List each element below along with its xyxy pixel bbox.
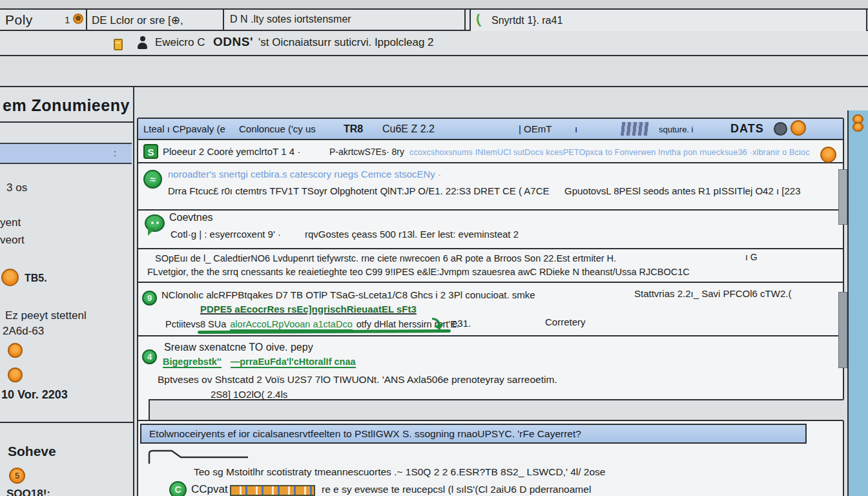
sidebar-item[interactable]: yent bbox=[0, 216, 21, 229]
sidebar-date: 10 Vor. 2203 bbox=[1, 388, 68, 402]
menu-item-strong[interactable]: ODNS' bbox=[213, 35, 253, 49]
message-subject: Sreıaw sxenatcne TO oive. pepy bbox=[164, 342, 313, 353]
reply-body-line: re e sy evewse te reucepcsl (l sılS'(Cl … bbox=[322, 484, 591, 495]
tab-shape-icon bbox=[147, 448, 251, 468]
message-row[interactable]: 4 Sreıaw sxenatcne TO oive. pepy Bigegre… bbox=[138, 336, 843, 398]
sidebar-group-line[interactable]: 2A6d-63 bbox=[3, 325, 44, 338]
divider bbox=[0, 422, 133, 423]
message-body-line: Pctiitevs8 SUaalorAccoLRpVooan a1ctaDcoo… bbox=[165, 319, 459, 329]
thread-link[interactable]: ccoxcshoxsnums INtemUCl sutDocs kcesPETO… bbox=[409, 148, 810, 157]
thread-subheader-row[interactable]: S Ploeeur 2 Coorė yemclrtoT 1 4 · P-akrt… bbox=[138, 140, 843, 163]
message-row[interactable]: SOpEuı de l_ CaledtierNO6 Lvdupenrt tief… bbox=[138, 249, 843, 283]
message-row[interactable]: Coevtnes Cotl·g | : esyerrcoxent 9' · rq… bbox=[138, 211, 843, 249]
sidebar-group-line[interactable]: Ez peeyt stettenl bbox=[5, 309, 87, 322]
scrollbar-thumb[interactable] bbox=[838, 169, 847, 225]
body-text: Pctiitevs8 SUa bbox=[165, 319, 226, 329]
document-icon[interactable] bbox=[114, 39, 123, 50]
orange-badge-icon[interactable] bbox=[820, 147, 836, 163]
message-row[interactable]: 9 NClonolıc alcRFPBtqakes D7 TB OTlP TSa… bbox=[138, 283, 843, 336]
notification-count: 1 bbox=[65, 14, 70, 25]
sidebar-tag[interactable]: TB5. bbox=[25, 273, 47, 284]
toolbar-separator bbox=[86, 10, 87, 30]
column-header-date[interactable]: DATS bbox=[730, 122, 764, 136]
desktop-shortcut-icon[interactable] bbox=[852, 114, 864, 132]
info-field[interactable]: D N .lty sotes iortstensmer bbox=[230, 14, 351, 25]
sidebar-title: em Zonumieeny bbox=[3, 96, 130, 115]
menu-item-text: 'st Oicnaiatsurr suticrvi. Ippolcleag 2 bbox=[258, 36, 434, 49]
sender-avatar-icon: ≈ bbox=[143, 170, 162, 189]
inline-link[interactable]: —prraEuFda'l'cHtoralIf cnaa bbox=[231, 356, 356, 368]
sidebar-item-selected[interactable]: : bbox=[0, 143, 132, 164]
message-body-line: FLvetgior, the the srrq cnessants ke rea… bbox=[147, 267, 690, 277]
attachment-thumbnail[interactable] bbox=[230, 485, 315, 496]
notification-badge-icon[interactable] bbox=[73, 14, 83, 24]
sidebar-item[interactable]: SOO18!: bbox=[6, 488, 50, 496]
dark-circle-icon[interactable] bbox=[774, 122, 787, 136]
search-value: Snyrtdt 1}. ra41 bbox=[491, 15, 563, 26]
toolbar-separator bbox=[223, 10, 224, 30]
selected-marker: : bbox=[114, 147, 116, 158]
screen: Poly 1 DE Lclor or sre [⊕, D N .lty sote… bbox=[0, 0, 868, 496]
toolbar-separator bbox=[464, 10, 466, 30]
sidebar-section-title: Soheve bbox=[8, 444, 56, 459]
orange-button-icon[interactable] bbox=[790, 120, 806, 136]
address-field[interactable]: DE Lclor or sre [⊕, bbox=[92, 14, 183, 27]
sender-avatar-icon: 4 bbox=[142, 349, 157, 364]
toolbar-main: Poly 1 DE Lclor or sre [⊕, D N .lty sote… bbox=[0, 10, 868, 31]
message-subject: NClonolıc alcRFPBtqakes D7 TB OTlP TSaG-… bbox=[161, 289, 535, 300]
desktop-background-strip bbox=[847, 110, 868, 496]
menu-item[interactable]: Eweicro C bbox=[155, 36, 205, 49]
reply-section-title: Etolwnoceiryents ef ior cicalsanesrvtfee… bbox=[149, 428, 581, 440]
message-subject-link[interactable]: noroadter's snertgi cetbira.s catescory … bbox=[168, 169, 441, 180]
message-snippet: rqvGostes çeass 500 r13l. Eer lest: evem… bbox=[305, 229, 519, 240]
sidebar: em Zonumieeny : 3 os yent veort TB5. Ez … bbox=[0, 87, 134, 496]
message-body-line: SOpEuı de l_ CaledtierNO6 Lvdupenrt tief… bbox=[155, 253, 616, 264]
reply-body-line: Teo sg Mstoitlhr scotistraty tmeannescuo… bbox=[194, 466, 605, 478]
app-logo-icon: S bbox=[143, 144, 158, 159]
sender-avatar-icon: 9 bbox=[142, 291, 157, 305]
orange-badge-icon[interactable] bbox=[8, 367, 23, 382]
message-link-underlined[interactable]: PDPE5 aEcocrRes rsEc]ngrischRieuaatEL sF… bbox=[200, 304, 417, 315]
thread-meta: P-akrtcwS7Es· 8ry bbox=[329, 147, 404, 157]
green-underline-mark bbox=[198, 329, 451, 334]
column-header: ı bbox=[575, 123, 577, 134]
message-snippet: Cotl·g | : esyerrcoxent 9' · bbox=[170, 229, 281, 240]
column-header[interactable]: squture. i bbox=[659, 125, 693, 134]
message-sender[interactable]: Coevtnes bbox=[169, 212, 213, 223]
orange-badge-icon[interactable]: 5 bbox=[9, 468, 25, 484]
message-meta: Corretery bbox=[545, 316, 586, 327]
reply-section-panel: Etolwnoceiryents ef ior cicalsanesrvtfee… bbox=[137, 420, 844, 496]
search-input[interactable]: ( Snyrtdt 1}. ra41 bbox=[470, 8, 867, 33]
divider bbox=[0, 121, 133, 123]
orange-badge-icon[interactable] bbox=[1, 269, 19, 286]
message-body-line: Bptveses ov Shstcatd 2 Voïs U2S7 7lO TIW… bbox=[158, 374, 557, 386]
person-icon[interactable] bbox=[138, 36, 147, 49]
column-header[interactable]: TR8 bbox=[344, 123, 363, 135]
reply-section-header[interactable]: Etolwnoceiryents ef ior cicalsanesrvtfee… bbox=[140, 424, 807, 444]
list-header: Lteal ı CPpavaly (e Conloncue ('cy us TR… bbox=[138, 119, 843, 140]
column-header[interactable]: Conloncue ('cy us bbox=[239, 123, 316, 134]
sender-avatar-icon: C bbox=[169, 481, 187, 496]
thread-title: Ploeeur 2 Coorė yemclrtoT 1 4 · bbox=[163, 146, 300, 157]
column-header[interactable]: | OEmT bbox=[519, 123, 552, 134]
inline-link[interactable]: Bigegrebstk'' bbox=[163, 356, 222, 368]
message-status: Stattvrias 2.2ı_ Savi PFCOl6 cTW2.( bbox=[634, 288, 791, 299]
message-links: Bigegrebstk''—prraEuFda'l'cHtoralIf cnaa bbox=[163, 356, 356, 367]
message-footer-line: 2S8] 1O2lO( 2.4ls bbox=[211, 389, 287, 400]
message-meta: ı G bbox=[745, 252, 758, 262]
reply-author-link[interactable]: CCpvat bbox=[191, 483, 228, 496]
sidebar-item[interactable]: 3 os bbox=[6, 181, 27, 194]
toolbar-secondary: Eweicro C ODNS' 'st Oicnaiatsurr suticrv… bbox=[0, 31, 868, 56]
column-header[interactable]: Lteal ı CPpavaly (e bbox=[143, 123, 225, 134]
toolbar-spacer bbox=[0, 56, 868, 87]
orange-badge-icon[interactable] bbox=[8, 343, 23, 358]
message-list-panel: Lteal ı CPpavaly (e Conloncue ('cy us TR… bbox=[137, 118, 844, 400]
sidebar-item[interactable]: veort bbox=[0, 234, 25, 247]
stripes-icon bbox=[621, 122, 649, 136]
message-row[interactable]: ≈ noroadter's snertgi cetbira.s catescor… bbox=[138, 163, 843, 211]
search-icon: ( bbox=[475, 12, 481, 28]
column-header[interactable]: Cu6E Z 2.2 bbox=[382, 123, 435, 135]
message-snippet: Drra Ftcuc£ r0ı ctemtrs TFV1T TSoyr Olpg… bbox=[168, 185, 549, 196]
scrollbar-thumb[interactable] bbox=[838, 292, 847, 368]
inline-link[interactable]: alorAccoLRpVooan a1ctaDco bbox=[230, 319, 352, 331]
